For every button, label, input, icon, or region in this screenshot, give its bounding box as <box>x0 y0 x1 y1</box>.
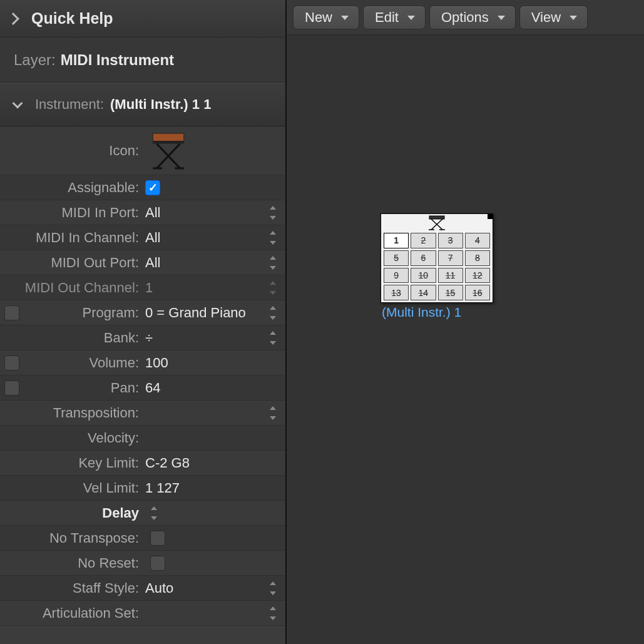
instrument-label: Instrument: <box>35 96 104 113</box>
quick-help-title: Quick Help <box>31 9 113 28</box>
volume-value[interactable]: 100 <box>143 355 278 371</box>
stepper-icon[interactable] <box>268 204 278 222</box>
btn-label: Options <box>441 9 489 26</box>
channel-button-10[interactable]: 10 <box>411 268 436 284</box>
param-icon: Icon: <box>0 126 285 175</box>
param-midi-out-port: MIDI Out Port: All <box>0 250 285 275</box>
param-pan: Pan: 64 <box>0 376 285 401</box>
param-program: Program: 0 = Grand Piano <box>0 300 285 325</box>
staff-style-value[interactable]: Auto <box>143 580 268 596</box>
param-label: Key Limit: <box>24 455 143 471</box>
keyboard-stand-icon <box>149 131 188 171</box>
channel-button-14[interactable]: 14 <box>411 285 436 300</box>
param-label: Velocity: <box>24 430 143 446</box>
options-menu-button[interactable]: Options <box>429 6 516 29</box>
stepper-icon[interactable] <box>268 229 278 247</box>
stepper-icon[interactable] <box>268 279 278 297</box>
param-label: Vel Limit: <box>24 480 143 496</box>
canvas-toolbar: New Edit Options View <box>287 0 644 35</box>
instrument-header[interactable]: Instrument: (Multi Instr.) 1 1 <box>0 83 285 126</box>
stepper-icon[interactable] <box>268 605 278 622</box>
program-value[interactable]: 0 = Grand Piano <box>143 305 268 321</box>
pan-value[interactable]: 64 <box>143 380 278 396</box>
canvas-area[interactable]: 12345678910111213141516 (Multi Instr.) 1 <box>287 35 644 644</box>
channel-button-2[interactable]: 2 <box>411 233 436 248</box>
midi-out-ch-value[interactable]: 1 <box>143 280 268 296</box>
channel-button-4[interactable]: 4 <box>465 233 490 248</box>
object-body[interactable]: 12345678910111213141516 <box>381 213 493 303</box>
inspector-panel: Quick Help Layer: MIDI Instrument Instru… <box>0 0 287 644</box>
channel-button-6[interactable]: 6 <box>411 250 436 266</box>
key-limit-value[interactable]: C-2 G8 <box>143 455 278 471</box>
no-transpose-checkbox[interactable] <box>150 531 165 546</box>
view-menu-button[interactable]: View <box>519 6 588 29</box>
quick-help-header[interactable]: Quick Help <box>0 0 285 38</box>
param-velocity: Velocity: <box>0 426 285 451</box>
param-label: Transposition: <box>24 405 143 421</box>
param-vel-limit: Vel Limit: 1 127 <box>0 476 285 501</box>
channel-grid: 12345678910111213141516 <box>384 233 490 300</box>
stepper-icon[interactable] <box>268 329 278 347</box>
midi-in-port-value[interactable]: All <box>143 205 268 221</box>
object-label[interactable]: (Multi Instr.) 1 <box>381 305 493 320</box>
chevron-down-icon <box>13 98 23 109</box>
stepper-icon[interactable] <box>268 254 278 272</box>
param-label: Program: <box>24 305 143 321</box>
channel-button-9[interactable]: 9 <box>384 268 409 284</box>
channel-button-1[interactable]: 1 <box>384 233 409 248</box>
stepper-icon[interactable] <box>268 304 278 322</box>
channel-button-7[interactable]: 7 <box>438 250 463 266</box>
channel-button-15[interactable]: 15 <box>438 285 463 300</box>
delay-label: Delay <box>24 505 143 521</box>
assignable-checkbox[interactable] <box>145 180 160 195</box>
channel-button-5[interactable]: 5 <box>384 250 409 266</box>
btn-label: New <box>305 9 332 26</box>
output-connector-icon[interactable] <box>488 214 493 219</box>
svg-rect-6 <box>429 216 444 219</box>
param-label: Volume: <box>24 355 143 371</box>
volume-enable-checkbox[interactable] <box>4 355 19 371</box>
edit-menu-button[interactable]: Edit <box>363 6 426 29</box>
stepper-icon[interactable] <box>149 504 159 522</box>
param-bank: Bank: ÷ <box>0 325 285 350</box>
midi-in-ch-value[interactable]: All <box>143 230 268 246</box>
param-label: No Transpose: <box>24 530 143 546</box>
param-label: Icon: <box>24 143 143 159</box>
stepper-icon[interactable] <box>268 580 278 597</box>
channel-button-3[interactable]: 3 <box>438 233 463 248</box>
param-label: MIDI In Port: <box>24 205 143 221</box>
vel-limit-value[interactable]: 1 127 <box>143 480 278 496</box>
new-menu-button[interactable]: New <box>293 6 359 29</box>
channel-button-16[interactable]: 16 <box>465 285 490 300</box>
channel-button-11[interactable]: 11 <box>438 268 463 284</box>
channel-button-12[interactable]: 12 <box>465 268 490 284</box>
param-no-reset: No Reset: <box>0 551 285 576</box>
param-label: Articulation Set: <box>24 605 143 621</box>
channel-button-13[interactable]: 13 <box>384 285 409 300</box>
no-reset-checkbox[interactable] <box>150 556 165 571</box>
caret-down-icon <box>498 16 505 20</box>
program-enable-checkbox[interactable] <box>4 305 19 320</box>
param-articulation-set: Articulation Set: <box>0 601 285 626</box>
param-label: Pan: <box>24 380 143 396</box>
param-label: Bank: <box>24 330 143 346</box>
icon-picker[interactable] <box>143 131 278 171</box>
channel-button-8[interactable]: 8 <box>465 250 490 266</box>
param-label: Staff Style: <box>24 580 143 596</box>
midi-out-port-value[interactable]: All <box>143 255 268 271</box>
param-midi-in-channel: MIDI In Channel: All <box>0 225 285 250</box>
param-transposition: Transposition: <box>0 401 285 426</box>
param-list: Icon: Assignable: <box>0 126 285 626</box>
caret-down-icon <box>407 16 415 20</box>
caret-down-icon <box>341 16 349 20</box>
param-label: MIDI In Channel: <box>24 230 143 246</box>
param-staff-style: Staff Style: Auto <box>0 576 285 601</box>
pan-enable-checkbox[interactable] <box>4 381 19 396</box>
param-no-transpose: No Transpose: <box>0 526 285 551</box>
multi-instrument-object[interactable]: 12345678910111213141516 (Multi Instr.) 1 <box>381 213 493 320</box>
stepper-icon[interactable] <box>268 404 278 422</box>
param-midi-in-port: MIDI In Port: All <box>0 200 285 225</box>
chevron-right-icon <box>7 13 19 25</box>
bank-value[interactable]: ÷ <box>143 330 268 346</box>
layer-row[interactable]: Layer: MIDI Instrument <box>0 38 285 83</box>
